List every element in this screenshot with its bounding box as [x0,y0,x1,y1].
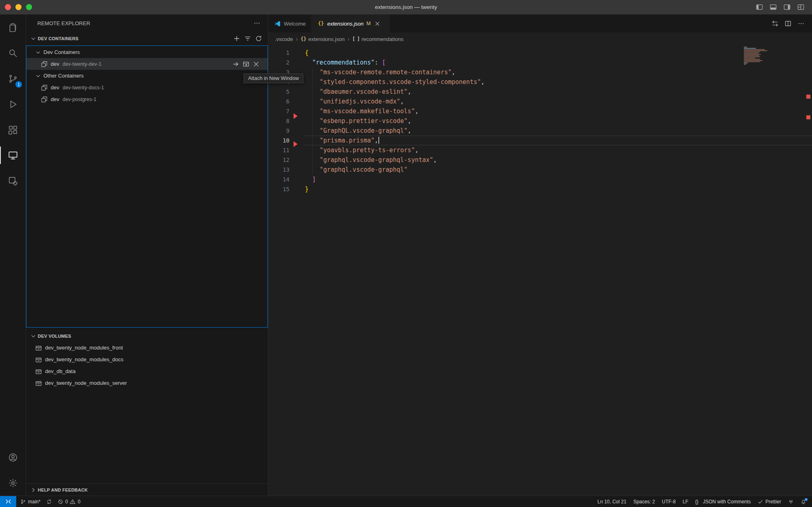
sidebar-header: REMOTE EXPLORER [26,15,268,32]
status-bar: main*00 Ln 10, Col 21Spaces: 2UTF-8LF{}J… [0,496,812,507]
code-line-14[interactable]: 14 ] [268,175,812,184]
volume-item[interactable]: dev_twenty_node_modules_front [26,342,268,354]
split-editor-icon[interactable] [784,20,792,27]
status-cursor-position[interactable]: Ln 10, Col 21 [598,499,626,505]
zoom-window-button[interactable] [26,4,32,10]
help-and-feedback-section-header[interactable]: HELP AND FEEDBACK [26,483,268,496]
gutter-marker-icon[interactable] [294,113,298,119]
status-formatter[interactable]: Prettier [758,499,781,505]
status-label: JSON with Comments [703,499,751,505]
activity-item-accounts[interactable] [0,444,26,470]
filter-icon[interactable] [244,35,251,42]
code-line-12[interactable]: 12 "graphql.vscode-graphql-syntax", [268,155,812,165]
code-text: "ms-vscode-remote.remote-containers", [305,67,812,77]
add-container-icon[interactable] [233,35,240,42]
status-problems[interactable]: 00 [58,499,80,505]
more-actions-icon[interactable] [797,20,805,27]
status-language-mode[interactable]: {}JSON with Comments [695,499,751,505]
code-line-10[interactable]: 10 "prisma.prisma", [268,136,812,145]
layout-sidebar-left-icon[interactable] [756,3,763,11]
code-token: , [408,127,411,134]
minimap[interactable] [744,47,767,65]
breadcrumb-item[interactable]: {}extensions.json [300,36,344,42]
status-sync[interactable] [46,499,52,505]
minimize-window-button[interactable] [15,4,22,10]
status-eol[interactable]: LF [682,499,688,505]
line-number: 2 [268,58,289,67]
glyph-margin [289,58,305,67]
code-line-15[interactable]: 15} [268,184,812,194]
status-label: Ln 10, Col 21 [598,499,626,505]
code-text: "esbenp.prettier-vscode", [305,116,812,126]
breadcrumb: .vscode›{}extensions.json›[ ]recommendat… [268,32,812,45]
code-line-7[interactable]: 7 "ms-vscode.makefile-tools", [268,106,812,116]
code-line-1[interactable]: 1{ [268,48,812,58]
more-actions-icon[interactable] [253,19,261,27]
status-notifications[interactable] [801,499,806,505]
close-window-button[interactable] [5,4,11,10]
refresh-icon[interactable] [255,35,262,42]
code-line-2[interactable]: 2 "recommendations": [ [268,58,812,67]
breadcrumb-item[interactable]: [ ]recommendations [352,36,404,42]
code-line-13[interactable]: 13 "graphql.vscode-graphql" [268,165,812,175]
container-item[interactable]: devdev-postgres-1 [26,93,268,105]
layout-panel-icon[interactable] [769,3,777,11]
volume-item[interactable]: dev_db_data [26,365,268,377]
status-git-branch[interactable]: main* [20,499,41,505]
tab-Welcome[interactable]: Welcome [268,15,312,32]
dev-volumes-list: dev_twenty_node_modules_frontdev_twenty_… [26,342,268,389]
code-token: } [305,186,309,193]
extensions-icon [8,125,18,135]
layout-sidebar-right-icon[interactable] [783,3,791,11]
code-line-4[interactable]: 4 "styled-components.vscode-styled-compo… [268,77,812,87]
close-tab-icon[interactable] [374,21,380,27]
activity-item-remote-explorer[interactable] [0,142,26,168]
dev-containers-section-header[interactable]: DEV CONTAINERS [26,32,268,45]
code-line-8[interactable]: 8 "esbenp.prettier-vscode", [268,116,812,126]
dev-volumes-section-header[interactable]: DEV VOLUMES [26,330,268,342]
activity-item-extensions[interactable] [0,117,26,142]
overview-ruler-mark [806,95,810,99]
code-line-11[interactable]: 11 "yoavbls.pretty-ts-errors", [268,145,812,155]
code-line-6[interactable]: 6 "unifiedjs.vscode-mdx", [268,97,812,106]
volume-item[interactable]: dev_twenty_node_modules_server [26,377,268,389]
activity-bar-top: 1 [0,15,26,444]
activity-bar: 1 [0,15,26,496]
activity-item-container-tools[interactable] [0,168,26,194]
code-line-3[interactable]: 3 "ms-vscode-remote.remote-containers", [268,67,812,77]
status-encoding[interactable]: UTF-8 [662,499,676,505]
volume-name: dev_twenty_node_modules_docs [45,356,123,362]
tree-group[interactable]: Other Containers [26,70,268,82]
code-line-9[interactable]: 9 "GraphQL.vscode-graphql", [268,126,812,136]
minimap-line [744,63,748,63]
line-number: 14 [268,175,289,184]
search-icon [8,48,18,58]
container-item[interactable]: devdev-twenty-docs-1 [26,82,268,93]
activity-bar-bottom [0,444,26,496]
tree-group[interactable]: Dev Containers [26,46,268,58]
code-text: "prisma.prisma", [305,136,812,145]
close-icon[interactable] [253,60,260,68]
container-item[interactable]: devdev-twenty-dev-1 [26,58,268,70]
activity-item-search[interactable] [0,40,26,66]
remote-indicator[interactable] [0,496,16,507]
tab-extensions.json[interactable]: {}extensions.jsonM [312,15,389,32]
attach-window-icon[interactable] [242,60,250,68]
status-label: main* [28,499,41,505]
activity-item-source-control[interactable]: 1 [0,66,26,91]
gutter-marker-icon[interactable] [294,141,298,147]
arrow-right-icon[interactable] [232,60,240,68]
code-area[interactable]: 1{2 "recommendations": [3 "ms-vscode-rem… [268,45,812,496]
code-token: , [400,98,404,105]
breadcrumb-item[interactable]: .vscode [275,36,293,42]
code-line-5[interactable]: 5 "dbaeumer.vscode-eslint", [268,87,812,97]
open-changes-icon[interactable] [771,20,779,27]
activity-item-run-and-debug[interactable] [0,91,26,117]
activity-item-explorer[interactable] [0,15,26,40]
activity-item-settings[interactable] [0,470,26,496]
status-indentation[interactable]: Spaces: 2 [633,499,655,505]
container-name: dev [51,61,59,67]
layout-customize-icon[interactable] [797,3,805,11]
volume-item[interactable]: dev_twenty_node_modules_docs [26,354,268,365]
status-broadcast[interactable] [788,499,794,505]
